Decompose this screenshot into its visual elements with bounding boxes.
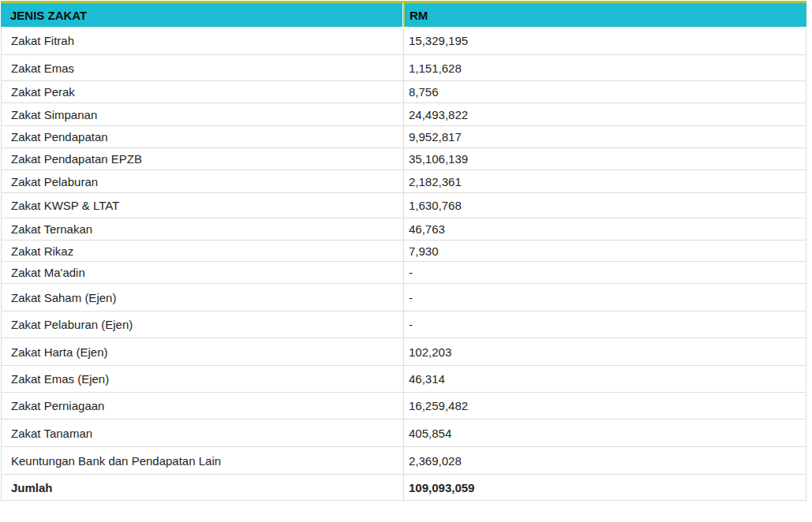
zakat-type-cell: Zakat Saham (Ejen) — [1, 284, 403, 311]
zakat-type-cell: Zakat Harta (Ejen) — [1, 338, 403, 366]
amount-cell: 2,182,361 — [403, 170, 806, 193]
amount-cell: 1,151,628 — [403, 55, 806, 81]
zakat-type-cell: Zakat Ma'adin — [1, 262, 403, 284]
table-row: Zakat Simpanan24,493,822 — [1, 103, 806, 126]
column-header-rm: RM — [403, 3, 806, 27]
amount-cell: 405,854 — [403, 419, 806, 447]
zakat-type-cell: Zakat Perniagaan — [1, 393, 403, 419]
table-row: Zakat Pendapatan9,952,817 — [1, 126, 806, 148]
table-row: Zakat Perniagaan16,259,482 — [1, 393, 806, 419]
table-body: Zakat Fitrah15,329,195Zakat Emas1,151,62… — [1, 27, 806, 501]
table-row: Zakat Perak8,756 — [1, 81, 806, 103]
zakat-type-cell: Jumlah — [1, 475, 403, 501]
table-row: Zakat Ma'adin- — [1, 262, 806, 284]
zakat-type-cell: Zakat Tanaman — [1, 419, 403, 447]
amount-cell: - — [403, 262, 806, 284]
amount-cell: 7,930 — [403, 240, 806, 262]
zakat-type-cell: Zakat Perak — [1, 81, 403, 103]
zakat-type-cell: Zakat Pendapatan EPZB — [1, 148, 403, 170]
amount-cell: - — [403, 311, 806, 338]
table-row: Zakat Pelaburan2,182,361 — [1, 170, 806, 193]
amount-cell: 102,203 — [403, 338, 806, 366]
zakat-table: JENIS ZAKAT RM Zakat Fitrah15,329,195Zak… — [1, 3, 806, 501]
table-row: Keuntungan Bank dan Pendapatan Lain2,369… — [1, 447, 806, 475]
table-row: Zakat Emas1,151,628 — [1, 55, 806, 81]
amount-cell: 2,369,028 — [403, 447, 806, 475]
zakat-type-cell: Zakat Pelaburan (Ejen) — [1, 311, 403, 338]
zakat-type-cell: Zakat Emas — [1, 55, 403, 81]
zakat-type-cell: Zakat Pendapatan — [1, 126, 403, 148]
zakat-type-cell: Zakat Fitrah — [1, 27, 403, 55]
table-header: JENIS ZAKAT RM — [1, 3, 806, 27]
amount-cell: 109,093,059 — [403, 475, 806, 501]
zakat-type-cell: Zakat Emas (Ejen) — [1, 366, 403, 393]
amount-cell: 46,763 — [403, 218, 806, 240]
table-row: Zakat Pelaburan (Ejen)- — [1, 311, 806, 338]
amount-cell: 46,314 — [403, 366, 806, 393]
table-row: Zakat Emas (Ejen)46,314 — [1, 366, 806, 393]
table-row: Zakat KWSP & LTAT1,630,768 — [1, 193, 806, 218]
amount-cell: - — [403, 284, 806, 311]
table-row: Zakat Tanaman405,854 — [1, 419, 806, 447]
table-row: Zakat Rikaz7,930 — [1, 240, 806, 262]
zakat-type-cell: Zakat Ternakan — [1, 218, 403, 240]
zakat-type-cell: Zakat KWSP & LTAT — [1, 193, 403, 218]
table-row: Zakat Harta (Ejen)102,203 — [1, 338, 806, 366]
column-header-jenis-zakat: JENIS ZAKAT — [1, 3, 403, 27]
zakat-type-cell: Zakat Simpanan — [1, 103, 403, 126]
table-row: Zakat Pendapatan EPZB35,106,139 — [1, 148, 806, 170]
amount-cell: 9,952,817 — [403, 126, 806, 148]
amount-cell: 24,493,822 — [403, 103, 806, 126]
header-row: JENIS ZAKAT RM — [1, 3, 806, 27]
amount-cell: 16,259,482 — [403, 393, 806, 419]
table-row: Zakat Fitrah15,329,195 — [1, 27, 806, 55]
zakat-type-cell: Keuntungan Bank dan Pendapatan Lain — [1, 447, 403, 475]
table-row: Zakat Saham (Ejen)- — [1, 284, 806, 311]
amount-cell: 35,106,139 — [403, 148, 806, 170]
amount-cell: 1,630,768 — [403, 193, 806, 218]
table-row: Jumlah109,093,059 — [1, 475, 806, 501]
zakat-type-cell: Zakat Rikaz — [1, 240, 403, 262]
zakat-type-cell: Zakat Pelaburan — [1, 170, 403, 193]
amount-cell: 15,329,195 — [403, 27, 806, 55]
amount-cell: 8,756 — [403, 81, 806, 103]
table-row: Zakat Ternakan46,763 — [1, 218, 806, 240]
zakat-table-container: JENIS ZAKAT RM Zakat Fitrah15,329,195Zak… — [1, 1, 807, 501]
